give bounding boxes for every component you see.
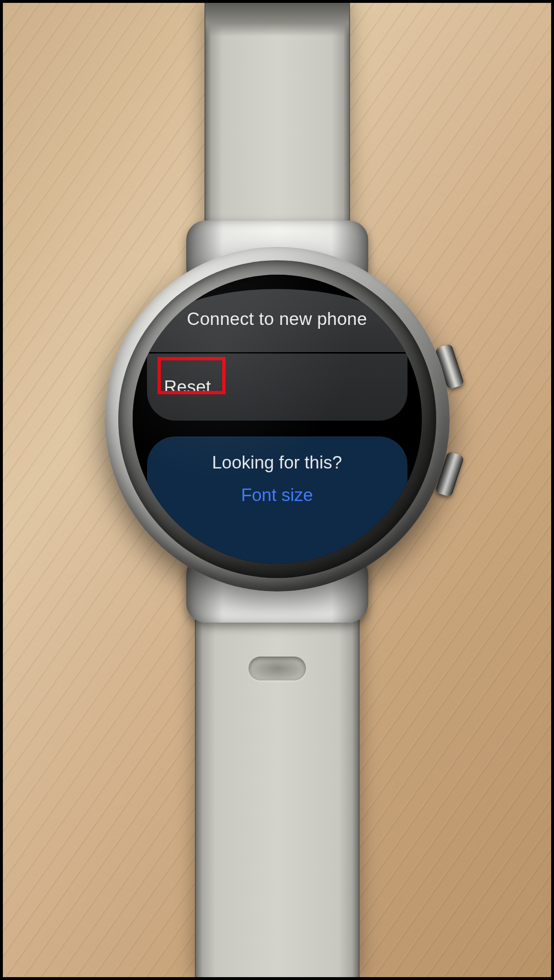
watch-screen: Connect to new phone Reset Looking for t… (133, 275, 422, 564)
photo-frame: Connect to new phone Reset Looking for t… (0, 0, 554, 980)
tips-heading: Looking for this? (147, 453, 407, 473)
watch-body: Connect to new phone Reset Looking for t… (105, 247, 450, 591)
menu-item-label: Connect to new phone (187, 309, 367, 329)
tips-link-font-size[interactable]: Font size (147, 485, 407, 505)
menu-item-reset[interactable]: Reset (147, 354, 407, 421)
menu-item-label: Reset (164, 377, 211, 397)
